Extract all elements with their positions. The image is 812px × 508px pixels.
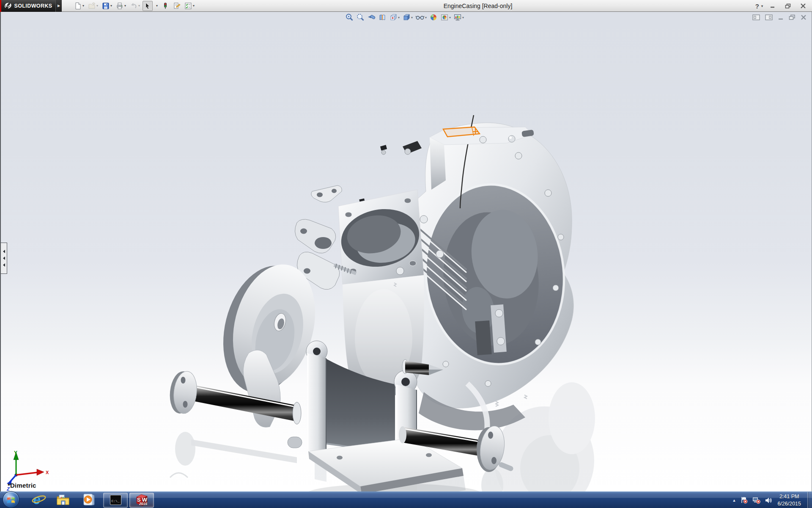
undo-icon <box>130 2 137 10</box>
start-button[interactable] <box>3 491 19 508</box>
command-prompt-glyph: C:\_ <box>112 499 120 503</box>
main-toolbar: ▾ ▾ ▾ ▾ <box>73 1 196 11</box>
restore-icon <box>785 3 791 9</box>
previous-view-button[interactable] <box>367 13 376 22</box>
taskbar-item-command-prompt[interactable]: C:\_ <box>102 492 129 508</box>
command-prompt-button[interactable]: C:\_ <box>103 493 128 508</box>
close-icon <box>800 3 806 8</box>
apply-scene-button[interactable]: ▾ <box>440 13 451 22</box>
solidworks-2015-icon: SW 2015 <box>135 494 148 506</box>
options-checklist-icon <box>184 2 192 10</box>
internet-explorer-icon: e <box>33 492 40 508</box>
new-dropdown[interactable]: ▾ <box>82 4 84 8</box>
help-dropdown[interactable]: ▾ <box>761 4 763 8</box>
section-view-icon <box>378 13 387 22</box>
close-button[interactable] <box>798 2 809 10</box>
apply-scene-dropdown[interactable]: ▾ <box>449 16 451 19</box>
windows-flag-icon <box>6 495 16 504</box>
save-dropdown[interactable]: ▾ <box>110 4 112 8</box>
feature-manager-collapsed-tab[interactable] <box>1 243 7 274</box>
windows-explorer-icon <box>56 494 70 506</box>
stoplight-button[interactable] <box>160 1 170 11</box>
volume-icon[interactable] <box>765 497 773 504</box>
minimize-button[interactable] <box>767 2 778 10</box>
document-restore-icon[interactable] <box>789 14 796 20</box>
window-controls: ? ▾ <box>755 0 809 12</box>
view-orientation-icon <box>389 13 398 22</box>
open-button[interactable]: ▾ <box>87 1 99 11</box>
hide-show-items-dropdown[interactable]: ▾ <box>425 16 427 19</box>
brand-text: SOLIDWORKS <box>14 3 52 9</box>
edit-appearance-button[interactable] <box>429 13 438 22</box>
new-button[interactable]: ▾ <box>73 1 85 11</box>
split-pane-left-icon[interactable] <box>752 14 760 20</box>
solidworks-logo-mark <box>4 3 12 9</box>
taskbar-item-internet-explorer[interactable]: e <box>24 492 50 508</box>
zoom-to-fit-button[interactable] <box>345 13 354 22</box>
minimize-icon <box>770 3 776 8</box>
zoom-to-area-icon <box>356 13 365 22</box>
options-button[interactable]: ▾ <box>183 1 196 11</box>
file-properties-button[interactable] <box>172 1 182 11</box>
graphics-area[interactable]: ▾ ▾ ▾ <box>0 12 812 491</box>
solidworks-cube-year: 2015 <box>139 502 147 506</box>
show-desktop-button[interactable] <box>807 492 812 508</box>
view-orientation-button[interactable]: ▾ <box>389 13 400 22</box>
solidworks-2015-button[interactable]: SW 2015 <box>129 493 154 508</box>
show-hidden-icons-button[interactable]: ▲ <box>732 498 736 502</box>
hide-show-items-button[interactable]: ▾ <box>415 13 427 22</box>
view-orientation-dropdown[interactable]: ▾ <box>398 16 400 19</box>
ie-orbit-ring <box>31 495 47 503</box>
open-folder-icon <box>88 2 96 10</box>
view-settings-button[interactable]: ▾ <box>453 13 464 22</box>
engine-casing-model[interactable] <box>1 12 812 491</box>
view-settings-icon <box>453 13 462 22</box>
expand-left-arrow-icon <box>3 263 5 267</box>
display-style-dropdown[interactable]: ▾ <box>411 16 413 19</box>
media-player-icon <box>82 494 96 506</box>
stoplight-icon <box>162 2 169 10</box>
view-orientation-label: *Dimetric <box>8 482 36 489</box>
zoom-to-fit-icon <box>345 13 354 22</box>
action-center-icon[interactable] <box>741 497 748 504</box>
command-prompt-icon: C:\_ <box>110 495 121 505</box>
clock-date: 6/26/2015 <box>777 500 801 508</box>
clock[interactable]: 2:41 PM 6/26/2015 <box>777 493 801 508</box>
restore-button[interactable] <box>782 2 793 10</box>
expand-left-arrow-icon <box>3 250 5 253</box>
heads-up-view-toolbar: ▾ ▾ ▾ <box>345 13 464 22</box>
undo-button[interactable]: ▾ <box>129 1 141 11</box>
document-minimize-icon[interactable] <box>778 14 784 20</box>
taskbar-item-media-player[interactable] <box>76 492 102 508</box>
system-tray: ▲ 2:41 PM 6/26/2015 <box>732 492 812 508</box>
network-error-icon[interactable] <box>752 497 760 504</box>
select-dropdown[interactable]: ▾ <box>156 4 158 8</box>
select-button[interactable] <box>143 1 153 11</box>
select-cursor-icon <box>144 2 151 10</box>
view-settings-dropdown[interactable]: ▾ <box>462 16 464 19</box>
document-close-icon[interactable] <box>801 14 807 20</box>
print-dropdown[interactable]: ▾ <box>124 4 126 8</box>
zoom-to-area-button[interactable] <box>356 13 365 22</box>
solidworks-logo: SOLIDWORKS <box>1 0 55 12</box>
split-pane-right-icon[interactable] <box>765 14 773 20</box>
help-button[interactable]: ? ▾ <box>755 3 763 10</box>
menu-expand-button[interactable]: ▶ <box>55 0 62 12</box>
options-dropdown[interactable]: ▾ <box>193 4 195 8</box>
taskbar-item-solidworks-2015[interactable]: SW 2015 <box>129 492 155 508</box>
edit-appearance-icon <box>429 13 438 22</box>
title-bar: SOLIDWORKS ▶ ▾ ▾ ▾ <box>0 0 812 12</box>
taskbar-item-windows-explorer[interactable] <box>50 492 76 508</box>
file-properties-icon <box>173 2 181 10</box>
section-view-button[interactable] <box>378 13 387 22</box>
clock-time: 2:41 PM <box>777 493 801 500</box>
previous-view-icon <box>367 13 376 22</box>
open-dropdown[interactable]: ▾ <box>96 4 98 8</box>
display-style-button[interactable]: ▾ <box>402 13 413 22</box>
expand-left-arrow-icon <box>3 257 5 260</box>
print-icon <box>116 2 123 10</box>
save-floppy-icon <box>102 2 110 10</box>
save-button[interactable]: ▾ <box>101 1 113 11</box>
print-button[interactable]: ▾ <box>115 1 127 11</box>
undo-dropdown[interactable]: ▾ <box>138 4 140 8</box>
